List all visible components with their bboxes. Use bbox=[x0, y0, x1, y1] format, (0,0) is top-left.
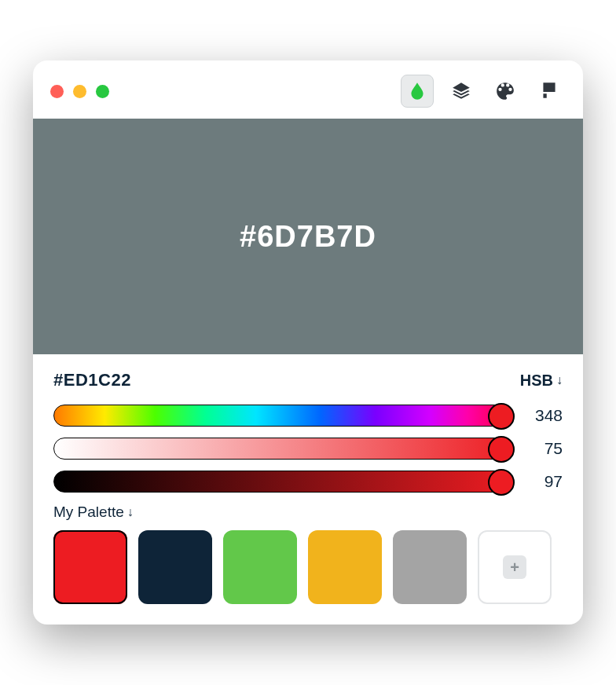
tool-brush[interactable] bbox=[533, 75, 566, 108]
mode-label: HSB bbox=[520, 372, 553, 390]
toolbar bbox=[401, 75, 566, 108]
palette-swatch[interactable] bbox=[223, 530, 297, 604]
maximize-button[interactable] bbox=[96, 85, 109, 98]
hue-slider[interactable] bbox=[53, 405, 514, 427]
palette-title: My Palette bbox=[53, 504, 124, 521]
hue-value: 348 bbox=[528, 406, 563, 425]
hue-slider-row: 348 bbox=[53, 405, 563, 427]
current-hex[interactable]: #ED1C22 bbox=[53, 370, 131, 390]
brightness-value: 97 bbox=[528, 472, 563, 491]
drop-icon bbox=[407, 81, 427, 101]
minimize-button[interactable] bbox=[73, 85, 86, 98]
palette-icon bbox=[495, 81, 515, 101]
tool-palette[interactable] bbox=[489, 75, 522, 108]
palette-swatches: + bbox=[53, 530, 563, 604]
palette-swatch[interactable] bbox=[308, 530, 382, 604]
palette-swatch[interactable] bbox=[393, 530, 467, 604]
controls: #ED1C22 HSB ↓ 348 75 97 My Palett bbox=[33, 354, 583, 625]
saturation-slider-row: 75 bbox=[53, 438, 563, 460]
palette-swatch[interactable] bbox=[138, 530, 212, 604]
saturation-value: 75 bbox=[528, 439, 563, 458]
color-mode-selector[interactable]: HSB ↓ bbox=[520, 372, 563, 390]
palette-selector[interactable]: My Palette ↓ bbox=[53, 504, 563, 521]
hue-thumb[interactable] bbox=[488, 403, 515, 430]
brightness-thumb[interactable] bbox=[488, 469, 515, 496]
titlebar bbox=[33, 60, 583, 119]
tool-drop[interactable] bbox=[401, 75, 434, 108]
brightness-slider-row: 97 bbox=[53, 471, 563, 493]
close-button[interactable] bbox=[50, 85, 64, 98]
brightness-slider[interactable] bbox=[53, 471, 514, 493]
add-swatch-button[interactable]: + bbox=[478, 530, 552, 604]
layers-icon bbox=[451, 81, 471, 101]
color-preview: #6D7B7D bbox=[33, 119, 583, 354]
brush-icon bbox=[539, 81, 559, 101]
saturation-slider[interactable] bbox=[53, 438, 514, 460]
plus-icon: + bbox=[503, 555, 526, 579]
color-picker-window: #6D7B7D #ED1C22 HSB ↓ 348 75 97 bbox=[33, 60, 583, 625]
tool-layers[interactable] bbox=[445, 75, 478, 108]
saturation-thumb[interactable] bbox=[488, 436, 515, 463]
chevron-down-icon: ↓ bbox=[127, 505, 134, 519]
chevron-down-icon: ↓ bbox=[556, 373, 563, 387]
palette-swatch[interactable] bbox=[53, 530, 127, 604]
traffic-lights bbox=[50, 85, 109, 98]
preview-hex: #6D7B7D bbox=[240, 220, 376, 254]
